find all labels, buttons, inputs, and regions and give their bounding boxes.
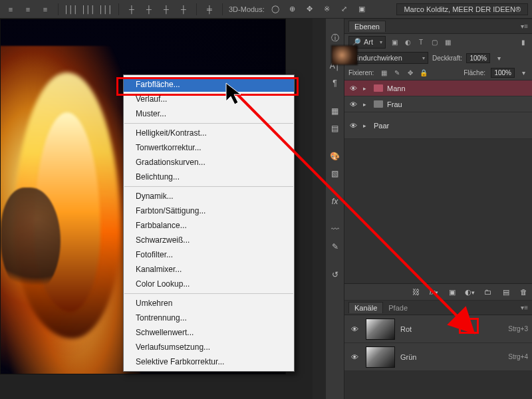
menu-item[interactable]: Schwarzweiß... <box>124 233 294 247</box>
panel-menu-icon[interactable]: ▾≡ <box>521 304 528 311</box>
visibility-icon[interactable]: 👁 <box>348 353 360 361</box>
menu-item[interactable]: Verlaufsumsetzung... <box>124 340 294 354</box>
filter-shape-icon[interactable]: ▢ <box>430 37 439 47</box>
layer-mask-icon[interactable]: ▣ <box>446 287 458 298</box>
channel-row[interactable]: 👁RotStrg+3 <box>344 315 532 343</box>
panel-icon[interactable]: ▧ <box>328 166 342 181</box>
filter-type-icon[interactable]: T <box>416 37 426 47</box>
layer-group-icon[interactable]: 🗀 <box>482 287 493 298</box>
brushpresets-panel-icon[interactable]: ✎ <box>328 239 342 254</box>
lock-position-icon[interactable]: ✥ <box>406 68 415 78</box>
right-panels: Ebenen ▾≡ 🔎Art▾ ▣ ◐ T ▢ ▦ ▮ Hindurchwirk… <box>344 19 532 399</box>
distribute-icon[interactable]: │││ <box>65 3 78 16</box>
channel-shortcut: Strg+4 <box>508 353 528 360</box>
tab-paths[interactable]: Pfade <box>383 303 413 313</box>
menu-item[interactable]: Belichtung... <box>124 170 294 184</box>
folder-icon <box>374 84 383 92</box>
info-panel-icon[interactable]: ⓘ <box>328 31 342 45</box>
panel-menu-icon[interactable]: ▾≡ <box>521 23 528 30</box>
swatches-panel-icon[interactable]: ▦ <box>328 104 342 118</box>
auto-align-icon[interactable]: ╪ <box>203 3 216 16</box>
fill-value[interactable]: 100% <box>491 68 515 78</box>
layer-fx-icon[interactable]: fx▾ <box>428 287 440 298</box>
cloud-login[interactable]: Marco Kolditz, MEER DER IDEEN® <box>396 3 528 15</box>
lock-pixels-icon[interactable]: ▦ <box>379 68 388 78</box>
layer-row[interactable]: 👁▸Paar <box>344 112 532 139</box>
fill-slider-icon[interactable]: ▾ <box>519 68 528 78</box>
layer-filter-label: Art <box>364 38 373 46</box>
menu-item[interactable]: Color Lookup... <box>124 277 294 291</box>
fx-panel-icon[interactable]: fx <box>328 194 342 209</box>
opacity-slider-icon[interactable]: ▾ <box>494 53 503 63</box>
distribute-icon[interactable]: ┼ <box>177 3 190 16</box>
layer-row[interactable]: 👁▸Mann <box>344 80 532 96</box>
menu-item[interactable]: Muster... <box>124 106 294 121</box>
axis-icon[interactable]: ※ <box>321 3 334 16</box>
menu-item[interactable]: Selektive Farbkorrektur... <box>124 354 294 369</box>
disclosure-icon[interactable]: ▸ <box>363 101 370 108</box>
brush-panel-icon[interactable]: 〰 <box>328 222 342 237</box>
align-icon[interactable]: ≡ <box>39 3 52 16</box>
lock-all-icon[interactable]: 🔒 <box>419 68 428 78</box>
distribute-icon[interactable]: ┼ <box>142 3 156 16</box>
menu-item[interactable]: Farbfläche... <box>124 77 294 92</box>
scale-icon[interactable]: ⤢ <box>338 3 351 16</box>
layer-thumbnail[interactable] <box>331 45 358 65</box>
adjustment-layer-icon[interactable]: ◐▾ <box>464 287 475 298</box>
channel-row[interactable]: 👁GrünStrg+4 <box>344 343 532 371</box>
blend-mode-dropdown[interactable]: Hindurchwirken▾ <box>348 52 428 64</box>
distribute-icon[interactable]: ┼ <box>125 3 138 16</box>
menu-item[interactable]: Umkehren <box>124 296 294 311</box>
history-panel-icon[interactable]: ↺ <box>328 267 342 282</box>
menu-item[interactable]: Farbton/Sättigung... <box>124 203 294 218</box>
visibility-icon[interactable]: 👁 <box>347 84 359 92</box>
filter-image-icon[interactable]: ▣ <box>390 37 399 47</box>
menu-item[interactable]: Verlauf... <box>124 92 294 106</box>
new-layer-icon[interactable]: ▤ <box>500 287 511 298</box>
layer-name[interactable]: Paar <box>374 122 389 130</box>
lock-brush-icon[interactable]: ✎ <box>392 68 402 78</box>
align-icon[interactable]: ≡ <box>21 3 35 16</box>
tab-layers[interactable]: Ebenen <box>348 21 386 32</box>
move-icon[interactable]: ✥ <box>303 3 317 16</box>
channel-name: Grün <box>400 353 416 361</box>
visibility-icon[interactable]: 👁 <box>347 100 359 108</box>
filter-adjust-icon[interactable]: ◐ <box>403 37 412 47</box>
camera-icon[interactable]: ▣ <box>355 3 368 16</box>
layer-empty-area[interactable] <box>344 139 532 284</box>
filter-smart-icon[interactable]: ▦ <box>443 37 452 47</box>
styles-panel-icon[interactable]: ▤ <box>328 121 342 136</box>
orbit-icon[interactable]: ◯ <box>269 3 282 16</box>
menu-item[interactable]: Tontrennung... <box>124 311 294 325</box>
layer-list: 👁▸Mann👁▸Frau👁▸Paar <box>344 80 532 139</box>
tab-channels[interactable]: Kanäle <box>348 302 383 313</box>
disclosure-icon[interactable]: ▸ <box>363 122 370 129</box>
layer-name[interactable]: Mann <box>387 84 406 92</box>
distribute-icon[interactable]: │││ <box>99 3 112 16</box>
visibility-icon[interactable]: 👁 <box>347 122 359 130</box>
layer-name[interactable]: Frau <box>387 100 402 108</box>
disclosure-icon[interactable]: ▸ <box>363 85 370 92</box>
filter-toggle-icon[interactable]: ▮ <box>519 37 528 47</box>
opacity-value[interactable]: 100% <box>466 53 490 63</box>
paragraph-panel-icon[interactable]: ¶ <box>328 76 342 90</box>
menu-item[interactable]: Dynamik... <box>124 189 294 203</box>
menu-item[interactable]: Helligkeit/Kontrast... <box>124 126 294 140</box>
visibility-icon[interactable]: 👁 <box>348 325 360 333</box>
pan-icon[interactable]: ⊕ <box>286 3 299 16</box>
menu-item[interactable]: Gradationskurven... <box>124 155 294 170</box>
menu-item[interactable]: Tonwertkorrektur... <box>124 140 294 155</box>
color-panel-icon[interactable]: 🎨 <box>328 149 342 164</box>
layer-row[interactable]: 👁▸Frau <box>344 96 532 112</box>
distribute-icon[interactable]: │││ <box>82 3 95 16</box>
delete-layer-icon[interactable]: 🗑 <box>518 287 529 298</box>
menu-item[interactable]: Schwellenwert... <box>124 325 294 340</box>
right-column: ⓘ A│ ¶ ▦ ▤ 🎨 ▧ fx 〰 ✎ ↺ Ebenen ▾≡ 🔎Art▾ <box>326 19 532 399</box>
link-layers-icon[interactable]: ⛓ <box>410 287 422 298</box>
layers-panel: Ebenen ▾≡ 🔎Art▾ ▣ ◐ T ▢ ▦ ▮ Hindurchwirk… <box>344 19 532 300</box>
menu-item[interactable]: Kanalmixer... <box>124 262 294 277</box>
menu-item[interactable]: Fotofilter... <box>124 247 294 262</box>
menu-item[interactable]: Farbbalance... <box>124 218 294 233</box>
align-icon[interactable]: ≡ <box>4 3 17 16</box>
distribute-icon[interactable]: ┼ <box>160 3 173 16</box>
